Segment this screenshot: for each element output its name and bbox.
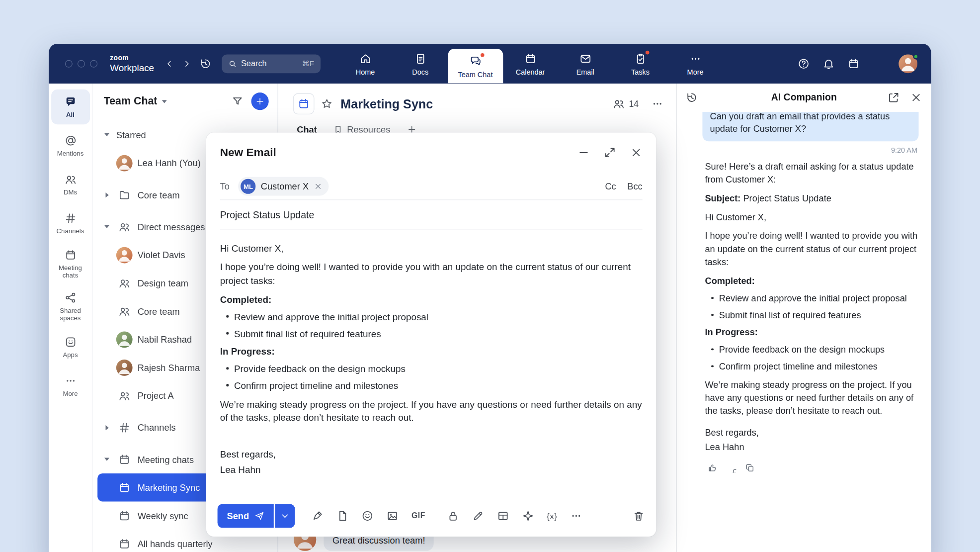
ai-sparkle-icon xyxy=(686,161,699,454)
notifications-bell-icon[interactable] xyxy=(822,57,835,70)
topnav-team-chat[interactable]: Team Chat xyxy=(448,49,503,83)
more-options-icon[interactable] xyxy=(570,510,582,522)
filter-icon[interactable] xyxy=(231,95,244,107)
zoom-workplace-logo: zoom Workplace xyxy=(110,54,154,72)
meeting-chat-icon xyxy=(293,93,315,114)
recipient-avatar: ML xyxy=(241,179,256,193)
help-icon[interactable] xyxy=(798,57,810,70)
rail-item-channels[interactable]: Channels xyxy=(51,206,89,241)
code-variable-button[interactable]: {x} xyxy=(547,511,558,521)
topnav-email[interactable]: Email xyxy=(558,44,613,83)
back-button[interactable] xyxy=(164,59,174,69)
minimize-icon[interactable] xyxy=(577,146,590,159)
schedule-icon[interactable] xyxy=(847,57,860,70)
add-chat-button[interactable] xyxy=(251,92,269,110)
people-icon xyxy=(116,220,133,233)
caret-down-icon xyxy=(102,225,111,228)
thumbs-down-icon[interactable] xyxy=(726,462,736,472)
subject-field[interactable]: Project Status Update xyxy=(220,200,643,230)
notification-badge xyxy=(645,50,650,55)
apps-icon xyxy=(64,336,77,349)
search-icon xyxy=(228,59,237,68)
team-chat-icon xyxy=(469,54,482,68)
avatar xyxy=(116,331,133,348)
avatar xyxy=(116,247,133,263)
topnav-calendar[interactable]: Calendar xyxy=(503,44,558,83)
avatar xyxy=(116,359,133,375)
presence-indicator xyxy=(913,54,918,59)
modal-header: New Email xyxy=(206,133,656,173)
insert-image-icon[interactable] xyxy=(387,510,399,522)
calendar-icon xyxy=(524,52,537,66)
calendar-icon xyxy=(64,249,77,261)
encryption-lock-icon[interactable] xyxy=(447,510,459,522)
ai-companion-sparkle-icon[interactable] xyxy=(872,57,886,71)
sidebar-header: Team Chat xyxy=(92,83,277,119)
compose-toolbar: Send GIF {x} xyxy=(206,495,656,537)
more-options-icon[interactable] xyxy=(651,97,663,110)
attach-file-icon[interactable] xyxy=(336,510,349,522)
window-zoom-button[interactable] xyxy=(90,60,97,67)
forward-button[interactable] xyxy=(181,59,191,69)
window-minimize-button[interactable] xyxy=(78,60,85,67)
rail-item-mentions[interactable]: Mentions xyxy=(51,128,89,163)
ai-sparkle-icon[interactable] xyxy=(522,510,534,522)
caret-right-icon xyxy=(102,425,111,430)
rail-item-dms[interactable]: DMs xyxy=(51,167,89,202)
ai-response-text: Sure! Here’s a draft email asking for a … xyxy=(705,160,918,454)
remove-recipient-icon[interactable] xyxy=(314,182,323,190)
ai-conversation[interactable]: Can you draft an email that provides a s… xyxy=(677,112,931,552)
signature-icon[interactable] xyxy=(312,510,324,522)
cc-button[interactable]: Cc xyxy=(605,181,616,191)
new-email-modal: New Email To ML Customer X Cc Bcc xyxy=(206,133,656,537)
topnav-more[interactable]: More xyxy=(668,44,723,83)
rail-item-more[interactable]: More xyxy=(51,368,89,403)
calendar-icon xyxy=(116,481,133,494)
rail-item-shared-spaces[interactable]: Shared spaces xyxy=(51,287,89,326)
topnav-docs[interactable]: Docs xyxy=(393,44,448,83)
window-close-button[interactable] xyxy=(65,60,73,67)
send-options-dropdown[interactable] xyxy=(275,504,295,528)
star-icon[interactable] xyxy=(321,97,333,110)
emoji-icon[interactable] xyxy=(361,510,374,522)
email-body-editor[interactable]: Hi Customer X, I hope you’re doing well!… xyxy=(206,230,656,495)
folder-icon xyxy=(116,188,133,201)
user-avatar[interactable] xyxy=(898,54,917,73)
rail-item-apps[interactable]: Apps xyxy=(51,330,89,365)
close-icon[interactable] xyxy=(630,146,643,159)
mentions-at-icon xyxy=(64,134,77,147)
ai-response: Sure! Here’s a draft email asking for a … xyxy=(686,160,919,454)
recipient-chip[interactable]: ML Customer X xyxy=(239,177,329,195)
history-icon[interactable] xyxy=(685,92,698,104)
topnav-tasks[interactable]: Tasks xyxy=(613,44,668,83)
group-icon xyxy=(116,276,133,289)
send-button[interactable]: Send xyxy=(218,504,274,528)
topnav-home[interactable]: Home xyxy=(338,44,393,83)
bcc-button[interactable]: Bcc xyxy=(627,181,642,191)
close-icon[interactable] xyxy=(910,92,922,104)
sidebar-title-dropdown[interactable]: Team Chat xyxy=(104,95,167,107)
edit-pencil-icon[interactable] xyxy=(472,510,484,522)
left-rail: All Mentions DMs Channels Meeting chats xyxy=(49,83,92,552)
copy-icon[interactable] xyxy=(745,462,755,472)
chat-filled-icon xyxy=(64,95,77,108)
rail-item-meeting-chats[interactable]: Meeting chats xyxy=(51,245,89,283)
caret-down-icon xyxy=(102,458,111,460)
recipients-field[interactable]: To ML Customer X Cc Bcc xyxy=(220,173,643,200)
members-count[interactable]: 14 xyxy=(613,97,639,110)
group-icon xyxy=(116,389,133,402)
top-nav: Home Docs Team Chat Calendar Email xyxy=(338,44,723,83)
response-feedback xyxy=(707,462,918,472)
open-in-new-window-icon[interactable] xyxy=(888,92,900,104)
caret-right-icon xyxy=(102,192,111,197)
history-icon[interactable] xyxy=(199,57,212,70)
top-bar-right xyxy=(798,54,917,73)
delete-draft-icon[interactable] xyxy=(633,510,645,522)
template-icon[interactable] xyxy=(496,510,509,522)
gif-button[interactable]: GIF xyxy=(411,512,425,521)
thumbs-up-icon[interactable] xyxy=(707,462,717,472)
expand-icon[interactable] xyxy=(604,146,616,159)
search-input[interactable]: Search ⌘F xyxy=(222,54,321,73)
rail-item-all[interactable]: All xyxy=(51,90,89,124)
tasks-icon xyxy=(634,52,647,66)
